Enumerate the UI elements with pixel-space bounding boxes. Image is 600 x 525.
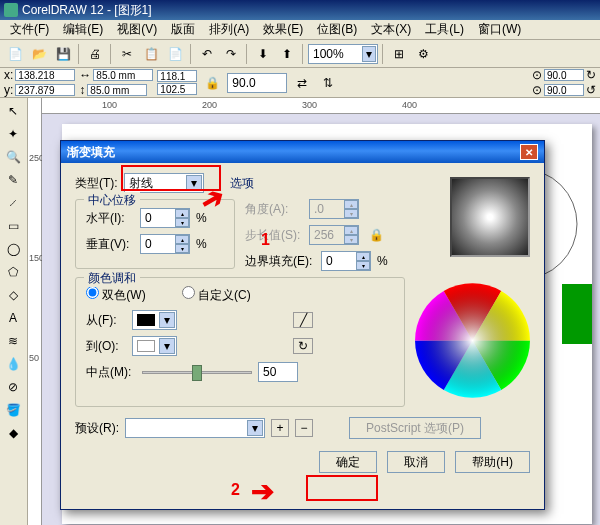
rect-tool[interactable]: ▭ [2, 215, 24, 237]
position-coords: x:138.218 mm y:237.879 mm [4, 68, 75, 97]
pick-tool[interactable]: ↖ [2, 100, 24, 122]
menu-window[interactable]: 窗口(W) [472, 19, 527, 40]
horiz-spin[interactable]: 0▴▾ [140, 208, 190, 228]
menu-effects[interactable]: 效果(E) [257, 19, 309, 40]
corner-coords: ⊙90.0↻ ⊙90.0↺ [532, 68, 596, 97]
menu-tools[interactable]: 工具(L) [419, 19, 470, 40]
color-blend-group: 颜色调和 双色(W) 自定义(C) 从(F): ▾ ╱ 到(O): ▾ ↻ [75, 277, 405, 407]
to-color[interactable]: ▾ [132, 336, 177, 356]
lock-icon[interactable]: 🔒 [201, 72, 223, 94]
gradient-fill-dialog: 渐变填充 ✕ 类型(T): 射线 ▾ 选项 中心位移 水平(I): 0▴▾ % … [60, 140, 545, 510]
midpoint-slider[interactable] [142, 363, 252, 381]
menu-edit[interactable]: 编辑(E) [57, 19, 109, 40]
options-label: 选项 [230, 175, 254, 192]
annotation-2: 2 [231, 481, 240, 499]
dialog-title: 渐变填充 [67, 144, 115, 161]
shape-tool[interactable]: ✦ [2, 123, 24, 145]
print-button[interactable]: 🖨 [84, 43, 106, 65]
freehand-tool[interactable]: ✎ [2, 169, 24, 191]
smart-tool[interactable]: ⟋ [2, 192, 24, 214]
steps-spin: 256▴▾ [309, 225, 359, 245]
gradient-preview [450, 177, 530, 257]
lock-icon[interactable]: 🔒 [369, 228, 384, 242]
ok-button[interactable]: 确定 [319, 451, 377, 473]
undo-button[interactable]: ↶ [196, 43, 218, 65]
ellipse-tool[interactable]: ◯ [2, 238, 24, 260]
property-bar: x:138.218 mm y:237.879 mm ↔85.0 mm ↕85.0… [0, 68, 600, 98]
cut-button[interactable]: ✂ [116, 43, 138, 65]
menu-arrange[interactable]: 排列(A) [203, 19, 255, 40]
new-button[interactable]: 📄 [4, 43, 26, 65]
close-icon[interactable]: ✕ [520, 144, 538, 160]
fill-tool[interactable]: 🪣 [2, 399, 24, 421]
w-input[interactable]: 85.0 mm [93, 69, 153, 81]
export-button[interactable]: ⬆ [276, 43, 298, 65]
svg-point-1 [415, 283, 530, 398]
copy-button[interactable]: 📋 [140, 43, 162, 65]
annotation-1: 1 [261, 231, 270, 249]
toolbox: ↖ ✦ 🔍 ✎ ⟋ ▭ ◯ ⬠ ◇ A ≋ 💧 ⊘ 🪣 ◆ [0, 98, 28, 525]
zoom-combo[interactable]: 100%▾ [308, 44, 378, 64]
menubar: 文件(F) 编辑(E) 视图(V) 版面 排列(A) 效果(E) 位图(B) 文… [0, 20, 600, 40]
two-color-radio[interactable]: 双色(W) [86, 286, 146, 304]
blend-tool[interactable]: ≋ [2, 330, 24, 352]
text-tool[interactable]: A [2, 307, 24, 329]
preset-combo[interactable]: ▾ [125, 418, 265, 438]
midpoint-spin[interactable]: 50 [258, 362, 298, 382]
y-input[interactable]: 237.879 mm [15, 84, 75, 96]
polygon-tool[interactable]: ⬠ [2, 261, 24, 283]
redo-button[interactable]: ↷ [220, 43, 242, 65]
open-button[interactable]: 📂 [28, 43, 50, 65]
p1-input[interactable]: 118.1 [157, 70, 197, 82]
x-input[interactable]: 138.218 mm [15, 69, 75, 81]
app-titlebar: CorelDRAW 12 - [图形1] [0, 0, 600, 20]
scale-coords: 118.1 102.5 [157, 70, 197, 95]
green-shape[interactable] [562, 284, 592, 344]
custom-radio[interactable]: 自定义(C) [182, 286, 251, 304]
mirror-h-icon[interactable]: ⇄ [291, 72, 313, 94]
postscript-button: PostScript 选项(P) [349, 417, 481, 439]
type-label: 类型(T): [75, 175, 118, 192]
import-button[interactable]: ⬇ [252, 43, 274, 65]
eyedropper-tool[interactable]: 💧 [2, 353, 24, 375]
zoom-tool[interactable]: 🔍 [2, 146, 24, 168]
outline-tool[interactable]: ⊘ [2, 376, 24, 398]
dialog-titlebar[interactable]: 渐变填充 ✕ [61, 141, 544, 163]
menu-view[interactable]: 视图(V) [111, 19, 163, 40]
menu-file[interactable]: 文件(F) [4, 19, 55, 40]
color-wheel[interactable] [415, 283, 530, 398]
edge-spin[interactable]: 0▴▾ [321, 251, 371, 271]
rotate-input[interactable]: 90.0 [227, 73, 287, 93]
annotation-arrow-2: ➔ [251, 475, 274, 508]
preset-add-icon[interactable]: + [271, 419, 289, 437]
app-title: CorelDRAW 12 - [图形1] [22, 2, 152, 19]
help-button[interactable]: 帮助(H) [455, 451, 530, 473]
annotation-box-ok [306, 475, 378, 501]
path-direct-icon[interactable]: ╱ [293, 312, 313, 328]
size-coords: ↔85.0 mm ↕85.0 mm [79, 68, 153, 97]
ruler-horizontal: 100 200 300 400 [42, 98, 600, 114]
interactive-fill-tool[interactable]: ◆ [2, 422, 24, 444]
basic-shapes-tool[interactable]: ◇ [2, 284, 24, 306]
app-icon [4, 3, 18, 17]
menu-layout[interactable]: 版面 [165, 19, 201, 40]
ruler-vertical: 250 150 50 [28, 98, 42, 525]
path-cw-icon[interactable]: ↻ [293, 338, 313, 354]
menu-bitmap[interactable]: 位图(B) [311, 19, 363, 40]
options-button[interactable]: ⚙ [412, 43, 434, 65]
save-button[interactable]: 💾 [52, 43, 74, 65]
h-input[interactable]: 85.0 mm [87, 84, 147, 96]
cancel-button[interactable]: 取消 [387, 451, 445, 473]
mirror-v-icon[interactable]: ⇅ [317, 72, 339, 94]
menu-text[interactable]: 文本(X) [365, 19, 417, 40]
preset-remove-icon[interactable]: − [295, 419, 313, 437]
snap-button[interactable]: ⊞ [388, 43, 410, 65]
standard-toolbar: 📄 📂 💾 🖨 ✂ 📋 📄 ↶ ↷ ⬇ ⬆ 100%▾ ⊞ ⚙ [0, 40, 600, 68]
p2-input[interactable]: 102.5 [157, 83, 197, 95]
paste-button[interactable]: 📄 [164, 43, 186, 65]
from-color[interactable]: ▾ [132, 310, 177, 330]
angle-spin: .0▴▾ [309, 199, 359, 219]
vert-spin[interactable]: 0▴▾ [140, 234, 190, 254]
